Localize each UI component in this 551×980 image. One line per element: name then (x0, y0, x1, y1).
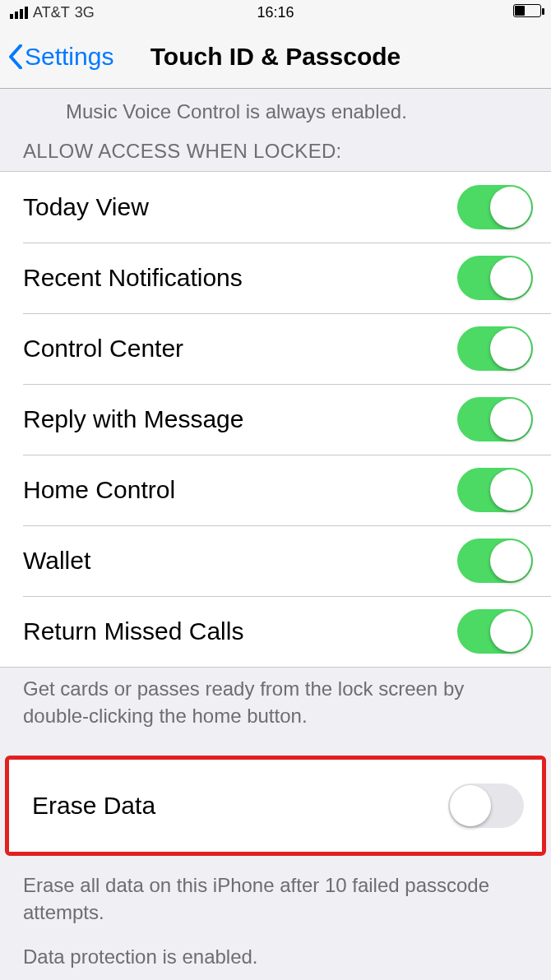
allow-access-footer: Get cards or passes ready from the lock … (0, 668, 551, 737)
toggle-today-view[interactable] (457, 185, 533, 229)
navigation-bar: Settings Touch ID & Passcode (0, 25, 551, 89)
erase-data-footer-2: Data protection is enabled. (0, 934, 551, 978)
row-wallet: Wallet (0, 525, 551, 596)
signal-strength-icon (10, 7, 28, 19)
row-label: Wallet (23, 547, 90, 575)
toggle-home-control[interactable] (457, 468, 533, 512)
erase-data-group: Erase Data (9, 760, 542, 852)
chevron-left-icon (8, 44, 23, 69)
toggle-recent-notifications[interactable] (457, 256, 533, 300)
toggle-return-missed-calls[interactable] (457, 609, 533, 654)
back-button[interactable]: Settings (8, 43, 113, 71)
erase-data-highlight: Erase Data (5, 756, 546, 856)
toggle-control-center[interactable] (457, 326, 533, 371)
row-label: Erase Data (32, 792, 155, 820)
row-label: Today View (23, 193, 149, 221)
row-today-view: Today View (0, 172, 551, 243)
toggle-wallet[interactable] (457, 539, 533, 583)
status-bar: AT&T 3G 16:16 (0, 0, 551, 25)
clock: 16:16 (257, 4, 294, 21)
carrier-label: AT&T (33, 4, 70, 21)
row-home-control: Home Control (0, 455, 551, 525)
toggle-reply-with-message[interactable] (457, 397, 533, 441)
row-label: Reply with Message (23, 405, 243, 433)
status-right (510, 4, 541, 21)
network-label: 3G (75, 4, 95, 21)
status-left: AT&T 3G (10, 4, 95, 21)
allow-access-group: Today View Recent Notifications Control … (0, 171, 551, 668)
voice-control-note: Music Voice Control is always enabled. (0, 94, 551, 133)
row-control-center: Control Center (0, 313, 551, 384)
row-reply-with-message: Reply with Message (0, 384, 551, 455)
row-recent-notifications: Recent Notifications (0, 243, 551, 313)
row-label: Control Center (23, 335, 183, 363)
row-return-missed-calls: Return Missed Calls (0, 596, 551, 667)
erase-data-footer-1: Erase all data on this iPhone after 10 f… (0, 861, 551, 934)
toggle-erase-data[interactable] (448, 784, 524, 828)
battery-icon (513, 4, 541, 17)
row-label: Home Control (23, 476, 175, 504)
page-title: Touch ID & Passcode (150, 43, 401, 71)
allow-access-header: ALLOW ACCESS WHEN LOCKED: (0, 133, 551, 171)
row-label: Recent Notifications (23, 264, 243, 292)
row-label: Return Missed Calls (23, 617, 243, 645)
back-label: Settings (25, 43, 113, 71)
row-erase-data: Erase Data (9, 760, 542, 852)
